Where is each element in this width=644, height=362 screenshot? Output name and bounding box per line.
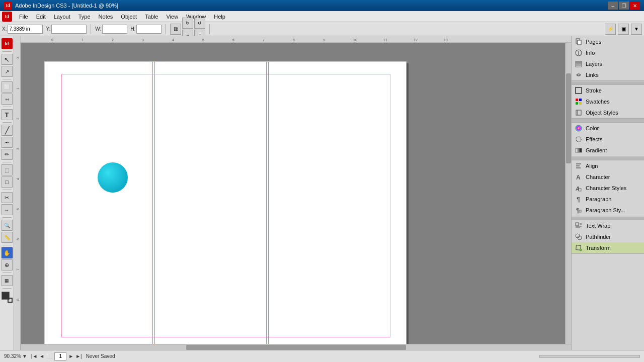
- transform-label: Transform: [586, 245, 611, 251]
- menu-file[interactable]: File: [15, 13, 32, 21]
- menu-type[interactable]: Type: [74, 13, 95, 21]
- svg-text:12: 12: [414, 38, 418, 42]
- panel-section-pages: Pages i Info Layers Links: [572, 36, 644, 81]
- next-page-btn[interactable]: ►: [68, 353, 73, 359]
- column-guide-2: [154, 62, 155, 349]
- close-button[interactable]: ✕: [630, 2, 640, 10]
- scroll-v[interactable]: [565, 43, 571, 344]
- scroll-h[interactable]: [21, 344, 571, 350]
- zoom-value: 90.32%: [4, 353, 21, 359]
- constrain-proportions-btn[interactable]: ⛓: [170, 24, 181, 35]
- svg-text:4: 4: [172, 38, 174, 42]
- document-page: [44, 61, 407, 349]
- panel-item-pages[interactable]: Pages: [572, 36, 644, 47]
- svg-text:A: A: [576, 174, 581, 180]
- pen-tool[interactable]: ✒: [2, 137, 13, 148]
- page-tool[interactable]: ⬜: [2, 81, 13, 93]
- panel-item-links[interactable]: Links: [572, 69, 644, 80]
- menu-help[interactable]: Help: [210, 13, 229, 21]
- svg-text:9: 9: [323, 38, 325, 42]
- svg-rect-50: [579, 210, 581, 212]
- paragraph-icon: ¶: [575, 195, 583, 203]
- panel-item-paragraph-styles[interactable]: ¶ Paragraph Sty...: [572, 205, 644, 216]
- links-icon: [575, 71, 583, 79]
- svg-text:1: 1: [82, 38, 84, 42]
- view-options-btn[interactable]: ▣: [618, 24, 629, 35]
- panel-item-stroke[interactable]: Stroke: [572, 85, 644, 96]
- panel-divider-2: [572, 119, 644, 123]
- gradient-tool[interactable]: ▦: [2, 275, 13, 286]
- character-styles-label: Character Styles: [586, 185, 626, 191]
- line-tool[interactable]: ╱: [2, 125, 13, 136]
- panel-item-swatches[interactable]: Swatches: [572, 96, 644, 107]
- y-input[interactable]: [51, 25, 87, 34]
- app-title: Adobe InDesign CS3 - [Untitled-1 @ 90%]: [15, 3, 118, 9]
- svg-text:5: 5: [16, 208, 20, 210]
- gap-tool[interactable]: ⇿: [2, 94, 13, 105]
- svg-rect-26: [578, 40, 581, 45]
- direct-select-tool[interactable]: ↗: [2, 66, 13, 77]
- panel-item-object-styles[interactable]: Object Styles: [572, 107, 644, 118]
- x-input[interactable]: [8, 25, 43, 34]
- rect-frame-tool[interactable]: ⬚: [2, 164, 13, 175]
- last-page-btn[interactable]: ►|: [75, 353, 82, 359]
- menu-edit[interactable]: Edit: [32, 13, 50, 21]
- canvas-area[interactable]: 0 1 2 3 4 5 6 7 8 9 10 11 12 13: [14, 36, 571, 350]
- panel-item-character-styles[interactable]: A Character Styles: [572, 183, 644, 194]
- panel-item-transform[interactable]: Transform: [572, 242, 644, 253]
- gradient-label: Gradient: [586, 147, 607, 153]
- x-label: X:: [2, 26, 7, 32]
- rect-tool[interactable]: □: [2, 176, 13, 188]
- toolbar: X: Y: W: H: ⛓ ↻ ↺ ↔ ↕ ⚡ ▣ ▼: [0, 22, 644, 36]
- page-input[interactable]: [54, 352, 66, 360]
- hand-tool[interactable]: ✋: [2, 247, 13, 258]
- zoom-dropdown-arrow[interactable]: ▼: [22, 353, 27, 359]
- pencil-tool[interactable]: ✏: [2, 149, 13, 160]
- w-input[interactable]: [102, 25, 127, 34]
- menu-app-icon: Id: [2, 12, 12, 22]
- measure-tool[interactable]: 📏: [2, 232, 13, 243]
- scroll-thumb-v[interactable]: [566, 73, 571, 163]
- svg-rect-30: [576, 63, 582, 65]
- scissors-tool[interactable]: ✂: [2, 192, 13, 203]
- fill-color[interactable]: [2, 292, 13, 303]
- svg-text:0: 0: [16, 57, 20, 59]
- rotate-90ccw-btn[interactable]: ↺: [194, 18, 205, 29]
- eyedropper-tool[interactable]: 🔍: [2, 220, 13, 231]
- view-mode-btn[interactable]: ▼: [631, 24, 642, 35]
- panel-item-paragraph[interactable]: ¶ Paragraph: [572, 194, 644, 205]
- zoom-control[interactable]: 90.32% ▼: [4, 353, 27, 359]
- restore-button[interactable]: ❐: [619, 2, 629, 10]
- type-tool[interactable]: T: [2, 109, 13, 120]
- free-transform-tool[interactable]: ↔: [2, 204, 13, 215]
- prev-page-btn[interactable]: ◄: [39, 353, 44, 359]
- svg-rect-35: [576, 102, 578, 105]
- panel-item-pathfinder[interactable]: Pathfinder: [572, 231, 644, 242]
- menu-layout[interactable]: Layout: [50, 13, 74, 21]
- svg-text:8: 8: [293, 38, 295, 42]
- svg-text:8: 8: [16, 299, 20, 301]
- zoom-tool[interactable]: ⊕: [2, 259, 13, 270]
- panel-item-layers[interactable]: Layers: [572, 58, 644, 69]
- svg-rect-34: [579, 99, 582, 101]
- panel-item-gradient[interactable]: Gradient: [572, 145, 644, 156]
- panel-item-character[interactable]: A Character: [572, 171, 644, 183]
- panel-item-color[interactable]: Color: [572, 123, 644, 134]
- h-input[interactable]: [136, 25, 162, 34]
- panel-item-text-wrap[interactable]: Text Wrap: [572, 220, 644, 231]
- teal-circle[interactable]: [98, 162, 128, 193]
- first-page-btn[interactable]: |◄: [31, 353, 38, 359]
- minimize-button[interactable]: –: [608, 2, 618, 10]
- panel-item-align[interactable]: Align: [572, 160, 644, 171]
- column-guide-4: [268, 62, 269, 349]
- selection-tool[interactable]: ↖: [2, 54, 13, 65]
- panel-item-info[interactable]: i Info: [572, 47, 644, 58]
- preflight-btn[interactable]: ⚡: [605, 24, 616, 35]
- menu-notes[interactable]: Notes: [95, 13, 117, 21]
- menu-table[interactable]: Table: [141, 13, 162, 21]
- rotate-90cw-btn[interactable]: ↻: [182, 18, 193, 29]
- menu-object[interactable]: Object: [117, 13, 141, 21]
- scroll-thumb-h[interactable]: [186, 345, 406, 350]
- svg-text:3: 3: [16, 148, 20, 150]
- panel-item-effects[interactable]: Effects: [572, 134, 644, 145]
